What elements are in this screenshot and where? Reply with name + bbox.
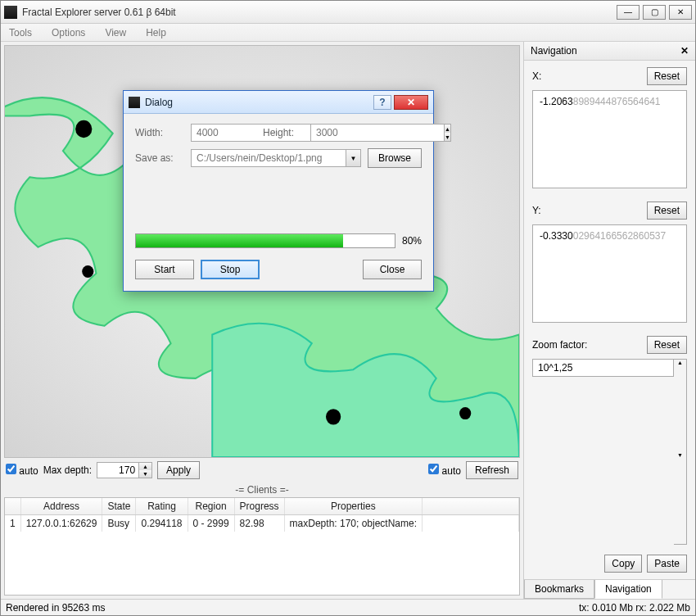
saveas-dropdown-icon[interactable]: ▼ xyxy=(346,149,361,167)
y-coordinate-input[interactable]: -0.333002964166562860537 xyxy=(532,224,687,323)
width-field[interactable]: ▲▼ xyxy=(191,124,256,142)
saveas-label: Save as: xyxy=(135,152,184,164)
menu-view[interactable]: View xyxy=(102,25,129,39)
width-label: Width: xyxy=(135,127,184,138)
progress-bar xyxy=(135,233,395,248)
nav-title: Navigation xyxy=(531,45,577,57)
zoom-label: Zoom factor: xyxy=(532,339,647,351)
clients-title: -= Clients =- xyxy=(4,482,520,497)
zoom-spinner[interactable]: ▲▼ xyxy=(674,359,687,545)
dialog-close-button[interactable]: ✕ xyxy=(394,95,428,110)
tab-bookmarks[interactable]: Bookmarks xyxy=(524,580,594,599)
maxdepth-spinner[interactable]: ▲▼ xyxy=(97,462,152,478)
x-coordinate-input[interactable]: -1.20638989444876564641 xyxy=(532,90,687,188)
maxdepth-label: Max depth: xyxy=(43,464,92,476)
titlebar[interactable]: Fractal Explorer server 0.61 β 64bit — ▢… xyxy=(1,1,695,24)
status-network: tx: 0.010 Mb rx: 2.022 Mb xyxy=(579,602,690,614)
maximize-button[interactable]: ▢ xyxy=(643,5,666,20)
auto-refresh-checkbox[interactable]: auto xyxy=(428,464,461,477)
statusbar: Rendered in 95263 ms tx: 0.010 Mb rx: 2.… xyxy=(1,599,695,615)
status-render-time: Rendered in 95263 ms xyxy=(6,602,105,614)
paste-button[interactable]: Paste xyxy=(647,555,687,573)
window-controls: — ▢ ✕ xyxy=(617,5,692,20)
stop-button[interactable]: Stop xyxy=(201,260,260,279)
nav-close-icon[interactable]: ✕ xyxy=(680,45,689,57)
saveas-field[interactable]: ▼ xyxy=(191,149,361,167)
tab-navigation[interactable]: Navigation xyxy=(594,580,662,599)
window-title: Fractal Explorer server 0.61 β 64bit xyxy=(22,7,617,18)
dialog-icon xyxy=(129,97,140,108)
col-idx[interactable] xyxy=(5,498,20,515)
reset-x-button[interactable]: Reset xyxy=(647,67,687,85)
reset-y-button[interactable]: Reset xyxy=(647,202,687,220)
table-row[interactable]: 1 127.0.0.1:62629 Busy 0.294118 0 - 2999… xyxy=(5,515,519,532)
progress-fill xyxy=(136,234,343,247)
auto-depth-checkbox[interactable]: auto xyxy=(6,464,38,477)
export-dialog: Dialog ? ✕ Width: ▲▼ Height: ▲▼ Save as:… xyxy=(123,90,434,292)
progress-percent: 80% xyxy=(402,235,422,247)
nav-header: Navigation ✕ xyxy=(524,42,695,61)
maxdepth-input[interactable] xyxy=(97,462,139,478)
svg-point-4 xyxy=(459,407,471,419)
nav-tabs: Bookmarks Navigation xyxy=(524,579,695,599)
minimize-button[interactable]: — xyxy=(617,5,640,20)
menu-help[interactable]: Help xyxy=(142,25,169,39)
dialog-titlebar[interactable]: Dialog ? ✕ xyxy=(124,91,433,114)
col-region[interactable]: Region xyxy=(188,498,234,515)
apply-button[interactable]: Apply xyxy=(157,461,200,479)
reset-zoom-button[interactable]: Reset xyxy=(647,336,687,354)
close-button[interactable]: ✕ xyxy=(669,5,692,20)
depth-toolbar: auto Max depth: ▲▼ Apply auto Refresh xyxy=(4,458,520,482)
refresh-button[interactable]: Refresh xyxy=(466,461,518,479)
app-icon xyxy=(4,6,17,19)
svg-point-3 xyxy=(326,409,341,424)
col-state[interactable]: State xyxy=(102,498,136,515)
svg-point-2 xyxy=(82,265,93,278)
y-label: Y: xyxy=(532,205,647,216)
spinner-arrows[interactable]: ▲▼ xyxy=(139,462,152,478)
browse-button[interactable]: Browse xyxy=(368,148,422,168)
dialog-title: Dialog xyxy=(145,97,373,108)
start-button[interactable]: Start xyxy=(135,260,194,279)
col-progress[interactable]: Progress xyxy=(234,498,284,515)
height-field[interactable]: ▲▼ xyxy=(310,124,376,142)
col-address[interactable]: Address xyxy=(20,498,102,515)
zoom-factor-input[interactable] xyxy=(532,359,674,377)
clients-table[interactable]: Address State Rating Region Progress Pro… xyxy=(4,497,520,596)
height-label: Height: xyxy=(263,127,304,138)
menu-tools[interactable]: Tools xyxy=(6,25,35,39)
col-properties[interactable]: Properties xyxy=(284,498,422,515)
copy-button[interactable]: Copy xyxy=(604,555,642,573)
x-label: X: xyxy=(532,70,647,82)
dialog-close-btn[interactable]: Close xyxy=(363,260,422,279)
col-rating[interactable]: Rating xyxy=(136,498,188,515)
menu-options[interactable]: Options xyxy=(48,25,88,39)
svg-point-1 xyxy=(75,120,92,138)
dialog-help-button[interactable]: ? xyxy=(373,95,391,110)
menubar: Tools Options View Help xyxy=(1,24,695,42)
navigation-panel: Navigation ✕ X: Reset -1.206389894448765… xyxy=(523,42,695,599)
